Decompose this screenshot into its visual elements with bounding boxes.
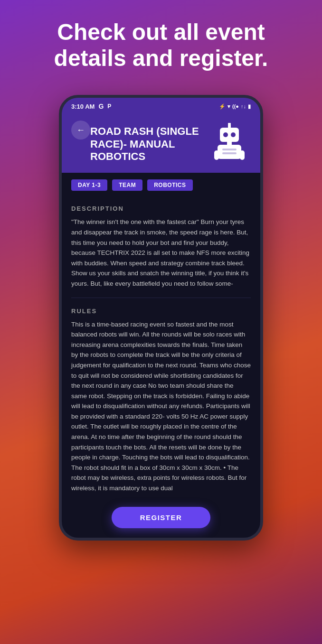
hero-heading: Check out all event details and register… — [28, 19, 294, 71]
status-right: ⚡ ▾ ((● ↑↓ ▮ — [219, 103, 251, 110]
svg-rect-9 — [222, 149, 237, 150]
hero-section: Check out all event details and register… — [0, 0, 322, 85]
description-section: DESCRIPTION "The winner isn't the one wi… — [71, 197, 251, 295]
power-button — [262, 164, 263, 193]
svg-rect-0 — [220, 128, 239, 142]
tags-area: DAY 1-3 TEAM ROBOTICS — [62, 173, 260, 197]
google-g-icon: G — [98, 103, 104, 110]
status-bar: 3:10 AM G P ⚡ ▾ ((● ↑↓ ▮ — [62, 98, 260, 114]
back-button[interactable]: ← — [71, 121, 90, 140]
screen-header: ← ROAD RASH (SINGLE RACE)- MANUAL ROBOTI… — [62, 114, 260, 173]
tag-robotics: ROBOTICS — [147, 179, 192, 191]
rules-text: This is a time-based racing event so fas… — [71, 319, 251, 500]
status-left: 3:10 AM G P — [71, 103, 111, 110]
register-button[interactable]: REGISTER — [112, 507, 211, 528]
svg-point-1 — [223, 132, 228, 137]
svg-rect-8 — [240, 150, 245, 160]
svg-point-2 — [231, 132, 236, 137]
rules-title: RULES — [71, 300, 251, 319]
divider-1 — [71, 298, 251, 298]
volume-down-button — [59, 176, 60, 200]
svg-rect-5 — [218, 145, 241, 159]
phone-frame: 3:10 AM G P ⚡ ▾ ((● ↑↓ ▮ ← ROAD RASH (SI… — [59, 95, 263, 540]
phone-wrapper: 3:10 AM G P ⚡ ▾ ((● ↑↓ ▮ ← ROAD RASH (SI… — [59, 95, 263, 559]
pocket-icon: P — [107, 103, 111, 110]
description-title: DESCRIPTION — [71, 197, 251, 217]
rules-section: RULES This is a time-based racing event … — [71, 300, 251, 500]
volume-up-button — [59, 155, 60, 171]
tag-team: TEAM — [112, 179, 142, 191]
description-text: "The winner isn't the one with the faste… — [71, 217, 251, 295]
silent-button — [59, 205, 60, 228]
robot-icon-container — [208, 121, 251, 163]
tag-day: DAY 1-3 — [71, 179, 107, 191]
charging-icon: ⚡ — [219, 103, 226, 110]
content-area[interactable]: DESCRIPTION "The winner isn't the one wi… — [62, 197, 260, 500]
battery-icon: ▮ — [248, 103, 251, 110]
network-icon: ↑↓ — [241, 103, 246, 109]
svg-rect-10 — [222, 152, 237, 154]
status-time: 3:10 AM — [71, 103, 95, 110]
back-arrow-icon: ← — [76, 125, 85, 135]
wifi-icon: ▾ — [227, 103, 230, 110]
event-title: ROAD RASH (SINGLE RACE)- MANUAL ROBOTICS — [90, 125, 203, 163]
event-title-area: ROAD RASH (SINGLE RACE)- MANUAL ROBOTICS — [90, 121, 208, 163]
svg-rect-6 — [227, 141, 232, 146]
register-bar: REGISTER — [62, 500, 260, 538]
robot-svg-icon — [210, 123, 248, 163]
svg-rect-7 — [214, 150, 219, 160]
signal-icon: ((● — [232, 103, 239, 109]
